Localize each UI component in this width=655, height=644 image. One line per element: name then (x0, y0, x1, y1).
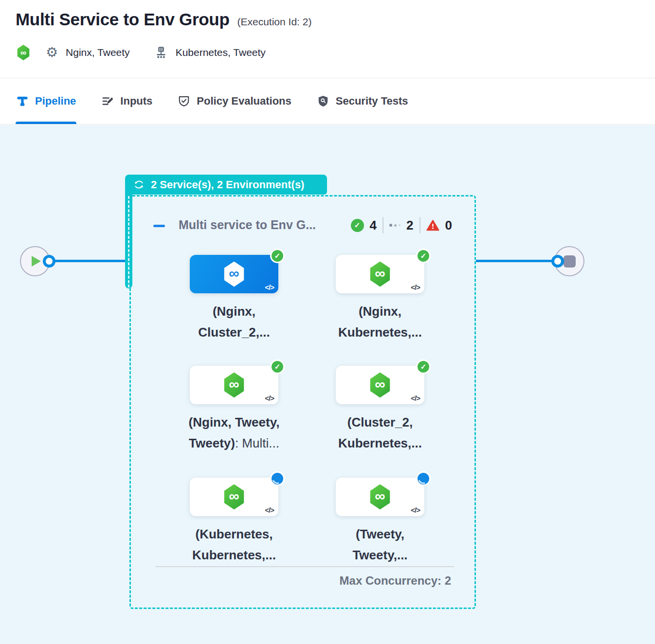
success-count: 4 (370, 218, 377, 233)
inputs-icon (101, 95, 114, 107)
status-success-badge: ✓ (416, 249, 431, 263)
tab-inputs[interactable]: Inputs (101, 78, 152, 124)
stage-group-title: Multi service to Env G... (179, 218, 316, 232)
environments-list: Kubernetes, Tweety (176, 47, 266, 58)
tab-bar: Pipeline Inputs Policy Evaluations (0, 78, 655, 125)
page-header: Multi Service to Env Group (Execution Id… (0, 0, 655, 78)
code-icon: </> (411, 506, 420, 514)
services-list: Nginx, Tweety (66, 47, 130, 58)
flow-line-left (49, 260, 126, 262)
stage-label: (Nginx, Kubernetes,... (302, 301, 458, 343)
loop-label-text: 2 Service(s), 2 Environment(s) (151, 179, 304, 191)
stage-label: (Nginx, Tweety, Tweety): Multi... (156, 412, 312, 454)
stage-label: (Cluster_2, Kubernetes,... (302, 412, 458, 454)
stage-card-tweety-tweety[interactable]: ∞ </> (336, 478, 424, 516)
stage-card-cluster2-kubernetes[interactable]: ∞ </> ✓ (336, 366, 424, 404)
environments-icon (154, 45, 168, 60)
stage-label: (Kubernetes, Kubernetes,... (156, 524, 312, 566)
tab-security-tests[interactable]: Security Tests (317, 78, 408, 124)
tab-policy-evaluations[interactable]: Policy Evaluations (178, 78, 291, 124)
stage-card-nginx-tweety[interactable]: ∞ </> ✓ (190, 366, 278, 404)
stage-service-icon: ∞ (369, 373, 391, 398)
stage-label: (Nginx, Cluster_2,... (156, 301, 312, 343)
stats-divider (382, 217, 383, 233)
play-icon (32, 256, 41, 267)
stage-card-nginx-kubernetes[interactable]: ∞ </> ✓ (336, 255, 424, 293)
stage-card-kubernetes-kubernetes[interactable]: ∞ </> (190, 478, 278, 516)
tab-security-label: Security Tests (336, 95, 408, 107)
stage-label: (Tweety, Tweety,... (302, 524, 458, 566)
tab-inputs-label: Inputs (120, 95, 152, 107)
stage-group-stats: ✓ 4 2 0 (351, 217, 452, 233)
status-running-badge (416, 471, 431, 486)
code-icon: </> (265, 506, 274, 514)
dash-overlay (128, 196, 129, 287)
stage-service-icon: ∞ (223, 262, 245, 287)
tab-policy-label: Policy Evaluations (197, 95, 291, 107)
status-success-badge: ✓ (416, 359, 431, 374)
loop-group-label[interactable]: 2 Service(s), 2 Environment(s) (125, 175, 327, 195)
tab-pipeline-label: Pipeline (35, 95, 76, 107)
pipeline-execution-page: Multi Service to Env Group (Execution Id… (0, 0, 655, 644)
harness-service-icon: ∞ (17, 45, 30, 60)
stage-service-icon: ∞ (223, 373, 245, 398)
page-title: Multi Service to Env Group (16, 10, 230, 29)
code-icon: </> (411, 283, 420, 291)
stage-card-nginx-cluster2[interactable]: ∞ </> ✓ (190, 255, 278, 293)
collapse-group-icon[interactable] (153, 225, 165, 227)
title-row: Multi Service to Env Group (Execution Id… (16, 10, 311, 29)
status-success-badge: ✓ (270, 359, 285, 374)
stage-service-icon: ∞ (369, 484, 391, 510)
policy-shield-icon (178, 95, 190, 107)
stage-service-icon: ∞ (223, 484, 245, 510)
stop-icon (564, 255, 576, 268)
group-divider (155, 566, 454, 567)
tab-pipeline[interactable]: Pipeline (16, 78, 76, 124)
stats-divider (419, 217, 420, 233)
failed-count-icon (426, 219, 439, 232)
pipeline-icon (16, 95, 29, 107)
loop-icon (133, 179, 145, 191)
stage-service-icon: ∞ (369, 262, 391, 287)
code-icon: </> (265, 394, 274, 402)
security-shield-icon (317, 95, 329, 107)
execution-id: (Execution Id: 2) (237, 16, 312, 28)
success-count-icon: ✓ (351, 219, 364, 232)
start-connector-dot (43, 255, 55, 268)
code-icon: </> (411, 394, 420, 402)
pending-count-icon (389, 224, 400, 227)
flow-line-right (476, 260, 558, 262)
end-connector-dot (551, 255, 564, 268)
status-success-badge: ✓ (270, 249, 285, 263)
stage-group-box: Multi service to Env G... ✓ 4 2 0 (129, 195, 476, 609)
max-concurrency-label: Max Concurrency: 2 (340, 574, 451, 588)
header-meta-row: ∞ ⚙ Nginx, Tweety Kubernetes, Tweety (17, 44, 266, 61)
failed-count: 0 (445, 218, 452, 233)
status-running-badge (270, 471, 285, 486)
pipeline-canvas: 2 Service(s), 2 Environment(s) Multi ser… (0, 125, 655, 644)
code-icon: </> (265, 283, 274, 291)
pending-count: 2 (406, 218, 413, 233)
services-gear-icon: ⚙ (46, 46, 58, 59)
